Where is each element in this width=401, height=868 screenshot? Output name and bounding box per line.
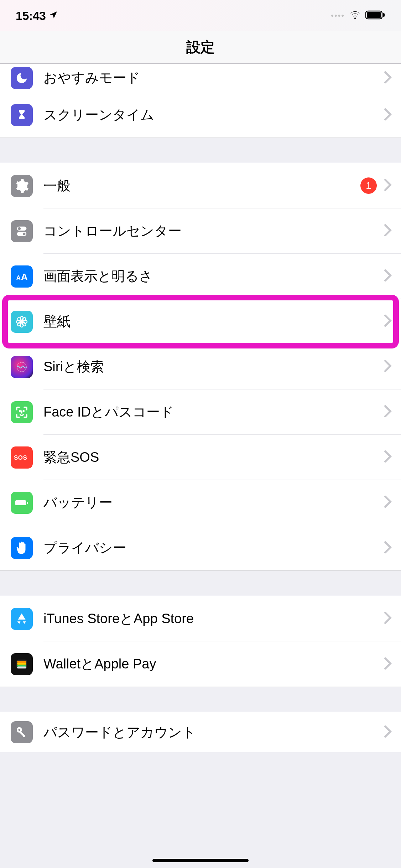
row-label: コントロールセンター [43, 222, 384, 240]
settings-group-1: 一般 1 コントロールセンター AA 画面表示と明るさ 壁紙 [0, 163, 401, 571]
battery-icon [365, 10, 385, 21]
group-gap [0, 687, 401, 712]
textsize-icon: AA [11, 265, 33, 288]
chevron-right-icon [384, 179, 392, 193]
row-label: バッテリー [43, 494, 384, 512]
row-label: iTunes StoreとApp Store [43, 610, 384, 628]
chevron-right-icon [384, 71, 392, 85]
gear-icon [11, 175, 33, 197]
hand-icon [11, 537, 33, 559]
status-bar: 15:43 •••• [0, 0, 401, 31]
row-sos[interactable]: SOS 緊急SOS [0, 435, 401, 480]
location-icon [49, 11, 58, 21]
row-wallet[interactable]: WalletとApple Pay [0, 641, 401, 687]
svg-text:A: A [16, 274, 21, 281]
chevron-right-icon [384, 224, 392, 238]
wifi-icon [349, 10, 361, 21]
status-left: 15:43 [16, 9, 58, 23]
row-display[interactable]: AA 画面表示と明るさ [0, 254, 401, 299]
flower-icon [11, 311, 33, 333]
row-label: プライバシー [43, 539, 384, 557]
settings-group-3: パスワードとアカウント [0, 712, 401, 752]
svg-point-20 [23, 410, 24, 411]
appstore-icon [11, 608, 33, 630]
status-right: •••• [331, 10, 385, 21]
row-privacy[interactable]: プライバシー [0, 525, 401, 570]
faceid-icon [11, 401, 33, 423]
cellular-dots-icon: •••• [331, 11, 345, 20]
row-label: WalletとApple Pay [43, 655, 384, 673]
moon-icon [11, 67, 33, 89]
chevron-right-icon [384, 541, 392, 555]
sos-icon: SOS [11, 446, 33, 469]
row-label: Face IDとパスコード [43, 403, 384, 421]
row-label: Siriと検索 [43, 358, 384, 376]
siri-icon [11, 356, 33, 378]
svg-text:SOS: SOS [14, 454, 27, 461]
chevron-right-icon [384, 450, 392, 464]
status-time: 15:43 [16, 9, 46, 23]
battery-fill-icon [11, 492, 33, 514]
row-wallpaper[interactable]: 壁紙 [0, 299, 401, 344]
chevron-right-icon [384, 108, 392, 122]
settings-group-0: おやすみモード スクリーンタイム [0, 63, 401, 138]
chevron-right-icon [384, 657, 392, 671]
chevron-right-icon [384, 495, 392, 510]
svg-rect-26 [17, 663, 26, 665]
row-general[interactable]: 一般 1 [0, 163, 401, 208]
chevron-right-icon [384, 725, 392, 739]
row-itunes-store[interactable]: iTunes StoreとApp Store [0, 596, 401, 641]
svg-point-19 [20, 410, 20, 411]
row-battery[interactable]: バッテリー [0, 480, 401, 525]
svg-point-4 [18, 227, 21, 230]
chevron-right-icon [384, 611, 392, 626]
row-control-center[interactable]: コントロールセンター [0, 208, 401, 254]
home-indicator[interactable] [152, 859, 249, 862]
svg-rect-22 [15, 500, 26, 505]
row-label: スクリーンタイム [43, 106, 384, 124]
group-gap [0, 571, 401, 596]
svg-rect-1 [367, 12, 381, 18]
page-title: 設定 [186, 37, 215, 57]
key-icon [11, 721, 33, 743]
chevron-right-icon [384, 405, 392, 419]
row-label: 画面表示と明るさ [43, 267, 384, 285]
row-siri[interactable]: Siriと検索 [0, 344, 401, 389]
notification-badge: 1 [360, 177, 377, 194]
group-gap [0, 138, 401, 163]
row-label: パスワードとアカウント [43, 723, 384, 742]
svg-rect-25 [17, 661, 26, 663]
switches-icon [11, 220, 33, 242]
svg-rect-2 [383, 13, 385, 17]
page-header: 設定 [0, 31, 401, 63]
row-label: 壁紙 [43, 312, 384, 331]
row-label: おやすみモード [43, 69, 384, 87]
hourglass-icon [11, 104, 33, 126]
row-screentime[interactable]: スクリーンタイム [0, 92, 401, 138]
row-passwords[interactable]: パスワードとアカウント [0, 712, 401, 752]
settings-group-2: iTunes StoreとApp Store WalletとApple Pay [0, 596, 401, 687]
row-label: 緊急SOS [43, 448, 384, 466]
svg-point-30 [19, 729, 21, 731]
wallet-icon [11, 653, 33, 675]
chevron-right-icon [384, 314, 392, 329]
svg-rect-28 [17, 666, 26, 668]
chevron-right-icon [384, 360, 392, 374]
svg-point-6 [23, 232, 26, 235]
row-faceid[interactable]: Face IDとパスコード [0, 389, 401, 435]
chevron-right-icon [384, 269, 392, 283]
svg-text:A: A [21, 271, 28, 282]
svg-rect-23 [27, 502, 28, 504]
row-dnd[interactable]: おやすみモード [0, 64, 401, 92]
row-label: 一般 [43, 177, 360, 195]
